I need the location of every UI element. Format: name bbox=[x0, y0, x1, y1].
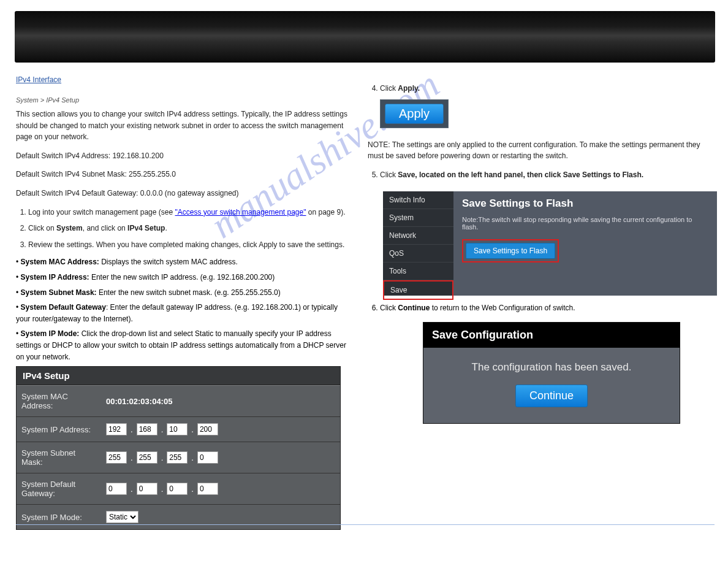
gw-label: System Default Gateway: bbox=[17, 473, 102, 504]
save-pane-note: Note:The switch will stop responding whi… bbox=[462, 216, 708, 231]
save-conf-message: The configuration has been saved. bbox=[430, 361, 673, 373]
bullet-mac: • System MAC Address: Displays the switc… bbox=[16, 256, 353, 268]
step-1: Log into your switch management page (se… bbox=[28, 207, 353, 218]
default-gateway: Default Switch IPv4 Default Gateway: 0.0… bbox=[16, 188, 353, 199]
default-ip: Default Switch IPv4 Address: 192.168.10.… bbox=[16, 150, 353, 162]
save-to-flash-button[interactable]: Save Settings to Flash bbox=[466, 243, 555, 259]
ipv4-setup-panel: IPv4 Setup System MAC Address: 00:01:02:… bbox=[16, 366, 341, 530]
save-settings-screenshot: Switch Info System Network QoS Tools Sav… bbox=[383, 191, 717, 296]
left-column: IPv4 Interface System > IPv4 Setup This … bbox=[16, 74, 353, 362]
bullet-ip: • System IP Address: Enter the new switc… bbox=[16, 272, 353, 283]
mac-value: 00:01:02:03:04:05 bbox=[102, 391, 340, 412]
step-2: Click on System, and click on IPv4 Setup… bbox=[28, 223, 353, 234]
nav-save[interactable]: Save bbox=[383, 280, 453, 300]
ip-octet-3[interactable] bbox=[167, 423, 188, 435]
ip-octet-2[interactable] bbox=[137, 423, 157, 435]
mac-label: System MAC Address: bbox=[17, 386, 102, 416]
save-conf-title: Save Configuration bbox=[423, 323, 680, 348]
step-6: Click Continue to return to the Web Conf… bbox=[380, 304, 575, 312]
nav-switch-info[interactable]: Switch Info bbox=[383, 191, 453, 209]
gw-octet-1[interactable] bbox=[106, 483, 127, 495]
footer-divider bbox=[16, 524, 715, 525]
intro-paragraph: This section allows you to change your s… bbox=[16, 109, 353, 143]
breadcrumb: System > IPv4 Setup bbox=[16, 96, 353, 104]
flash-button-highlight: Save Settings to Flash bbox=[462, 239, 559, 262]
step-4: Click Apply. bbox=[380, 83, 717, 94]
ipv4-interface-link[interactable]: IPv4 Interface bbox=[16, 75, 61, 84]
subnet-octet-2[interactable] bbox=[137, 451, 157, 464]
ip-mode-select[interactable]: Static bbox=[106, 511, 138, 523]
save-pane-title: Save Settings to Flash bbox=[462, 197, 708, 210]
access-page-link[interactable]: "Access your switch management page" bbox=[175, 208, 306, 216]
step-3: Review the settings. When you have compl… bbox=[28, 239, 353, 251]
continue-button[interactable]: Continue bbox=[515, 385, 588, 407]
nav-tools[interactable]: Tools bbox=[383, 262, 453, 280]
nav-sidebar: Switch Info System Network QoS Tools Sav… bbox=[383, 191, 453, 296]
subnet-label: System Subnet Mask: bbox=[17, 442, 102, 473]
top-banner bbox=[15, 11, 715, 63]
ip-label: System IP Address: bbox=[17, 419, 102, 440]
ip-octet-1[interactable] bbox=[106, 423, 127, 435]
step-5: Click Save, located on the left hand pan… bbox=[380, 169, 717, 181]
apply-button-wrap: Apply bbox=[380, 99, 449, 128]
right-column: Click Apply. Apply NOTE: The settings ar… bbox=[368, 83, 717, 185]
gw-octet-3[interactable] bbox=[167, 483, 188, 495]
subnet-octet-1[interactable] bbox=[106, 451, 127, 464]
bullet-gw: • System Default Gateway: Enter the defa… bbox=[16, 302, 353, 324]
bullet-mode: • System IP Mode: Click the drop-down li… bbox=[16, 328, 353, 362]
note-text: NOTE: The settings are only applied to t… bbox=[368, 139, 717, 162]
nav-qos[interactable]: QoS bbox=[383, 245, 453, 262]
apply-button[interactable]: Apply bbox=[385, 104, 444, 124]
bullet-subnet: • System Subnet Mask: Enter the new swit… bbox=[16, 287, 353, 299]
nav-system[interactable]: System bbox=[383, 209, 453, 227]
save-configuration-dialog: Save Configuration The configuration has… bbox=[423, 322, 680, 424]
default-subnet: Default Switch IPv4 Subnet Mask: 255.255… bbox=[16, 169, 353, 180]
ip-octet-4[interactable] bbox=[197, 423, 218, 435]
nav-network[interactable]: Network bbox=[383, 227, 453, 245]
ipv4-panel-title: IPv4 Setup bbox=[17, 367, 340, 385]
gw-octet-4[interactable] bbox=[197, 483, 218, 495]
subnet-octet-3[interactable] bbox=[167, 451, 188, 464]
subnet-octet-4[interactable] bbox=[197, 451, 218, 464]
gw-octet-2[interactable] bbox=[137, 483, 157, 495]
